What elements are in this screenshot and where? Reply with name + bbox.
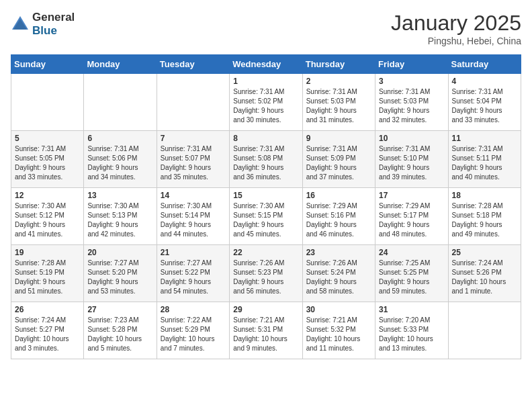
calendar-cell [448, 302, 521, 359]
day-info: Sunrise: 7:29 AM Sunset: 5:16 PM Dayligh… [306, 201, 371, 239]
calendar-cell [84, 74, 157, 131]
logo-icon [11, 15, 30, 34]
page-header: General Blue January 2025 Pingshu, Hebei… [11, 11, 521, 46]
calendar-week-1: 1Sunrise: 7:31 AM Sunset: 5:02 PM Daylig… [11, 74, 521, 131]
day-info: Sunrise: 7:27 AM Sunset: 5:20 PM Dayligh… [87, 259, 152, 296]
month-title: January 2025 [391, 11, 521, 36]
header-sunday: Sunday [11, 55, 84, 74]
day-info: Sunrise: 7:31 AM Sunset: 5:09 PM Dayligh… [306, 144, 371, 182]
day-number: 28 [161, 305, 226, 314]
day-number: 31 [379, 305, 444, 314]
calendar-cell [157, 74, 229, 131]
calendar-cell: 11Sunrise: 7:31 AM Sunset: 5:11 PM Dayli… [448, 131, 521, 188]
day-number: 8 [233, 134, 298, 143]
calendar-cell: 22Sunrise: 7:26 AM Sunset: 5:23 PM Dayli… [230, 245, 302, 302]
day-number: 29 [233, 305, 298, 314]
day-number: 9 [306, 134, 371, 143]
day-number: 21 [161, 248, 226, 257]
day-number: 12 [15, 191, 80, 200]
day-number: 6 [87, 134, 152, 143]
day-number: 7 [161, 134, 226, 143]
day-info: Sunrise: 7:27 AM Sunset: 5:22 PM Dayligh… [161, 259, 226, 296]
header-thursday: Thursday [302, 55, 375, 74]
day-info: Sunrise: 7:24 AM Sunset: 5:26 PM Dayligh… [452, 259, 517, 296]
calendar-cell: 27Sunrise: 7:23 AM Sunset: 5:28 PM Dayli… [84, 302, 157, 359]
calendar-cell: 8Sunrise: 7:31 AM Sunset: 5:08 PM Daylig… [230, 131, 302, 188]
day-number: 26 [15, 305, 80, 314]
calendar-cell [11, 74, 84, 131]
calendar-cell: 23Sunrise: 7:26 AM Sunset: 5:24 PM Dayli… [302, 245, 375, 302]
location: Pingshu, Hebei, China [391, 36, 521, 46]
day-number: 15 [233, 191, 298, 200]
title-block: January 2025 Pingshu, Hebei, China [391, 11, 521, 46]
day-info: Sunrise: 7:31 AM Sunset: 5:10 PM Dayligh… [379, 144, 444, 182]
day-info: Sunrise: 7:26 AM Sunset: 5:24 PM Dayligh… [306, 259, 371, 296]
day-number: 4 [452, 77, 517, 86]
calendar-cell: 18Sunrise: 7:28 AM Sunset: 5:18 PM Dayli… [448, 188, 521, 245]
calendar-cell: 31Sunrise: 7:20 AM Sunset: 5:33 PM Dayli… [375, 302, 448, 359]
calendar-cell: 16Sunrise: 7:29 AM Sunset: 5:16 PM Dayli… [302, 188, 375, 245]
calendar-cell: 24Sunrise: 7:25 AM Sunset: 5:25 PM Dayli… [375, 245, 448, 302]
calendar-cell: 28Sunrise: 7:22 AM Sunset: 5:29 PM Dayli… [157, 302, 229, 359]
day-info: Sunrise: 7:26 AM Sunset: 5:23 PM Dayligh… [233, 259, 298, 296]
calendar-cell: 14Sunrise: 7:30 AM Sunset: 5:14 PM Dayli… [157, 188, 229, 245]
day-number: 23 [306, 248, 371, 257]
day-info: Sunrise: 7:28 AM Sunset: 5:19 PM Dayligh… [15, 259, 80, 296]
day-info: Sunrise: 7:20 AM Sunset: 5:33 PM Dayligh… [379, 316, 444, 353]
day-info: Sunrise: 7:22 AM Sunset: 5:29 PM Dayligh… [161, 316, 226, 353]
header-wednesday: Wednesday [230, 55, 302, 74]
day-number: 17 [379, 191, 444, 200]
logo-text: General Blue [32, 11, 75, 38]
calendar-cell: 20Sunrise: 7:27 AM Sunset: 5:20 PM Dayli… [84, 245, 157, 302]
day-info: Sunrise: 7:30 AM Sunset: 5:12 PM Dayligh… [15, 201, 80, 239]
day-info: Sunrise: 7:28 AM Sunset: 5:18 PM Dayligh… [452, 201, 517, 239]
day-number: 22 [233, 248, 298, 257]
calendar-cell: 26Sunrise: 7:24 AM Sunset: 5:27 PM Dayli… [11, 302, 84, 359]
day-number: 11 [452, 134, 517, 143]
day-number: 3 [379, 77, 444, 86]
calendar-cell: 15Sunrise: 7:30 AM Sunset: 5:15 PM Dayli… [230, 188, 302, 245]
day-number: 1 [233, 77, 298, 86]
calendar-cell: 9Sunrise: 7:31 AM Sunset: 5:09 PM Daylig… [302, 131, 375, 188]
day-info: Sunrise: 7:21 AM Sunset: 5:32 PM Dayligh… [306, 316, 371, 353]
calendar-cell: 7Sunrise: 7:31 AM Sunset: 5:07 PM Daylig… [157, 131, 229, 188]
logo-general: General [32, 11, 75, 24]
day-number: 5 [15, 134, 80, 143]
day-number: 13 [87, 191, 152, 200]
day-number: 14 [161, 191, 226, 200]
day-number: 20 [87, 248, 152, 257]
day-info: Sunrise: 7:24 AM Sunset: 5:27 PM Dayligh… [15, 316, 80, 353]
calendar-week-4: 19Sunrise: 7:28 AM Sunset: 5:19 PM Dayli… [11, 245, 521, 302]
day-info: Sunrise: 7:31 AM Sunset: 5:03 PM Dayligh… [306, 87, 371, 125]
day-info: Sunrise: 7:31 AM Sunset: 5:11 PM Dayligh… [452, 144, 517, 182]
day-number: 24 [379, 248, 444, 257]
header-monday: Monday [84, 55, 157, 74]
day-number: 2 [306, 77, 371, 86]
calendar-cell: 1Sunrise: 7:31 AM Sunset: 5:02 PM Daylig… [230, 74, 302, 131]
day-number: 19 [15, 248, 80, 257]
calendar-cell: 13Sunrise: 7:30 AM Sunset: 5:13 PM Dayli… [84, 188, 157, 245]
day-number: 30 [306, 305, 371, 314]
header-friday: Friday [375, 55, 448, 74]
day-number: 25 [452, 248, 517, 257]
day-info: Sunrise: 7:25 AM Sunset: 5:25 PM Dayligh… [379, 259, 444, 296]
day-info: Sunrise: 7:29 AM Sunset: 5:17 PM Dayligh… [379, 201, 444, 239]
calendar-cell: 5Sunrise: 7:31 AM Sunset: 5:05 PM Daylig… [11, 131, 84, 188]
calendar-week-2: 5Sunrise: 7:31 AM Sunset: 5:05 PM Daylig… [11, 131, 521, 188]
day-info: Sunrise: 7:31 AM Sunset: 5:07 PM Dayligh… [161, 144, 226, 182]
calendar-cell: 10Sunrise: 7:31 AM Sunset: 5:10 PM Dayli… [375, 131, 448, 188]
calendar-cell: 12Sunrise: 7:30 AM Sunset: 5:12 PM Dayli… [11, 188, 84, 245]
calendar-cell: 29Sunrise: 7:21 AM Sunset: 5:31 PM Dayli… [230, 302, 302, 359]
header-tuesday: Tuesday [157, 55, 229, 74]
day-number: 10 [379, 134, 444, 143]
day-info: Sunrise: 7:30 AM Sunset: 5:15 PM Dayligh… [233, 201, 298, 239]
day-info: Sunrise: 7:31 AM Sunset: 5:03 PM Dayligh… [379, 87, 444, 125]
calendar-cell: 4Sunrise: 7:31 AM Sunset: 5:04 PM Daylig… [448, 74, 521, 131]
day-info: Sunrise: 7:30 AM Sunset: 5:14 PM Dayligh… [161, 201, 226, 239]
calendar-cell: 17Sunrise: 7:29 AM Sunset: 5:17 PM Dayli… [375, 188, 448, 245]
day-info: Sunrise: 7:31 AM Sunset: 5:05 PM Dayligh… [15, 144, 80, 182]
logo: General Blue [11, 11, 75, 38]
day-number: 27 [87, 305, 152, 314]
calendar-cell: 30Sunrise: 7:21 AM Sunset: 5:32 PM Dayli… [302, 302, 375, 359]
day-info: Sunrise: 7:23 AM Sunset: 5:28 PM Dayligh… [87, 316, 152, 353]
